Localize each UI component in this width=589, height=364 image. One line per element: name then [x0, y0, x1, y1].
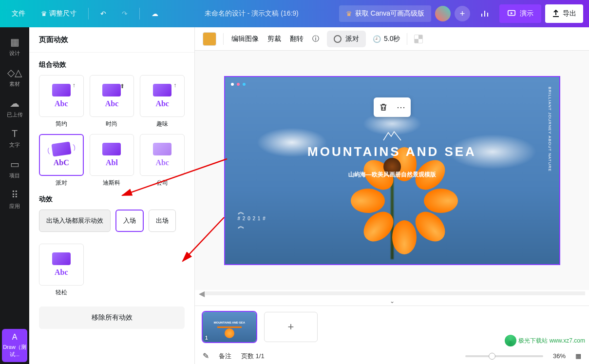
- effect-company[interactable]: Abc 公司: [140, 134, 185, 187]
- play-icon: [507, 9, 516, 18]
- effect-disco[interactable]: Abl 迪斯科: [90, 134, 134, 187]
- effect-fashion[interactable]: ⬆Abc 时尚: [90, 75, 134, 128]
- zoom-value[interactable]: 36%: [553, 352, 566, 360]
- export-label: 导出: [563, 9, 576, 18]
- zoom-slider[interactable]: [465, 355, 543, 357]
- slide-canvas[interactable]: MOUNTAINS AND SEA 山屿海—欧美风画册自然景观模版 BRILLI…: [224, 76, 560, 265]
- element-floating-toolbar: ⋯: [374, 97, 411, 117]
- animation-icon: [334, 35, 342, 43]
- resize-menu[interactable]: ♛调整尺寸: [35, 5, 82, 22]
- present-label: 演示: [520, 9, 533, 18]
- rail-projects[interactable]: ▭项目: [0, 153, 29, 184]
- redo-button[interactable]: ↷: [116, 6, 133, 21]
- undo-button[interactable]: ↶: [95, 6, 112, 21]
- more-options-button[interactable]: ⋯: [395, 101, 407, 113]
- draw-icon: A: [2, 333, 27, 342]
- slide-side-text[interactable]: BRILLIANT JOURNEY ABOUT NATURE: [547, 87, 552, 172]
- transparency-icon[interactable]: [414, 35, 423, 43]
- editor-stage[interactable]: MOUNTAINS AND SEA 山屿海—欧美风画册自然景观模版 BRILLI…: [195, 51, 589, 290]
- rail-design[interactable]: ▦设计: [0, 31, 29, 62]
- left-rail: ▦设计 ◇△素材 ☁已上传 T文字 ▭项目 ⠿应用 ADraw（测试...: [0, 27, 29, 364]
- page-thumbnail[interactable]: MOUNTAINS AND SEA 1: [203, 312, 256, 342]
- add-collaborator-button[interactable]: +: [455, 6, 470, 21]
- context-toolbar: 编辑图像 剪裁 翻转 ⓘ 派对 🕘5.0秒: [195, 27, 589, 51]
- cloud-upload-icon: ☁: [0, 97, 29, 109]
- grid-icon: ⠿: [0, 189, 29, 201]
- premium-label: 获取 Canva可画高级版: [355, 9, 424, 18]
- seg-both[interactable]: 出场入场都展示动效: [39, 210, 111, 232]
- seg-in[interactable]: 入场: [115, 210, 144, 232]
- analytics-icon[interactable]: [474, 5, 495, 22]
- slide-subtitle[interactable]: 山屿海—欧美风画册自然景观模版: [348, 171, 436, 179]
- file-menu[interactable]: 文件: [6, 5, 31, 22]
- slide-indicator-dots: [231, 83, 246, 86]
- effect-party[interactable]: AbC 派对: [39, 134, 84, 187]
- seg-out[interactable]: 出场: [149, 210, 176, 232]
- divider: [139, 8, 140, 19]
- upload-icon: [552, 10, 560, 18]
- document-title[interactable]: 未命名的设计 - 演示文稿 (16:9): [164, 9, 339, 18]
- timing-control[interactable]: 🕘5.0秒: [373, 35, 400, 43]
- combo-effects-title: 组合动效: [29, 53, 194, 75]
- mountain-icon: [382, 129, 402, 145]
- rail-apps[interactable]: ⠿应用: [0, 184, 29, 215]
- present-button[interactable]: 演示: [499, 4, 541, 23]
- edit-image-button[interactable]: 编辑图像: [230, 32, 260, 46]
- add-page-button[interactable]: +: [264, 312, 318, 342]
- divider: [88, 8, 89, 19]
- collapse-thumbnails-button[interactable]: ⌄: [195, 297, 589, 306]
- horizontal-scrollbar[interactable]: ◀: [195, 290, 589, 297]
- slide-year-text[interactable]: ︽ # 2 0 2 1 # ︽: [238, 208, 266, 230]
- motion-title: 动效: [29, 187, 194, 210]
- page-count[interactable]: 页数 1/1: [241, 352, 265, 361]
- panel-title: 页面动效: [29, 27, 194, 53]
- slide-title[interactable]: MOUNTAINS AND SEA: [307, 144, 476, 159]
- canvas-area: 编辑图像 剪裁 翻转 ⓘ 派对 🕘5.0秒: [195, 27, 589, 364]
- crop-button[interactable]: 剪裁: [266, 32, 282, 46]
- cloud-sync-icon[interactable]: ☁: [146, 6, 164, 21]
- rail-draw[interactable]: ADraw（测试...: [2, 329, 27, 362]
- rail-elements[interactable]: ◇△素材: [0, 62, 29, 93]
- grid-view-icon[interactable]: ▦: [575, 352, 581, 360]
- resize-label: 调整尺寸: [49, 9, 76, 18]
- watermark: 极光下载站 www.xz7.com: [505, 335, 585, 346]
- chevron-up-icon: ︽: [238, 208, 266, 216]
- shapes-icon: ◇△: [0, 67, 29, 78]
- animation-panel: 页面动效 组合动效 ↑Abc 简约 ⬆Abc 时尚 ↑Abc 趣味 AbC 派: [29, 27, 195, 364]
- effect-fun[interactable]: ↑Abc 趣味: [140, 75, 185, 128]
- notes-button[interactable]: 备注: [219, 352, 231, 361]
- clock-icon: 🕘: [373, 35, 381, 43]
- flip-button[interactable]: 翻转: [289, 32, 304, 46]
- info-icon[interactable]: ⓘ: [311, 32, 320, 46]
- animation-chip[interactable]: 派对: [327, 31, 366, 47]
- remove-all-effects-button[interactable]: 移除所有动效: [39, 307, 185, 329]
- fill-color-swatch[interactable]: [203, 32, 216, 46]
- app-header: 文件 ♛调整尺寸 ↶ ↷ ☁ 未命名的设计 - 演示文稿 (16:9) ♛获取 …: [0, 0, 589, 27]
- delete-button[interactable]: [378, 101, 389, 113]
- template-icon: ▦: [0, 36, 29, 48]
- rail-uploads[interactable]: ☁已上传: [0, 93, 29, 123]
- chevron-up-icon: ︽: [238, 222, 266, 230]
- rail-text[interactable]: T文字: [0, 123, 29, 153]
- trash-icon: [379, 103, 388, 112]
- crown-icon: ♛: [41, 10, 47, 18]
- effect-easy[interactable]: Abc 轻松: [39, 244, 84, 297]
- notes-icon[interactable]: ✎: [203, 351, 209, 361]
- text-icon: T: [0, 128, 29, 139]
- watermark-logo: [505, 335, 516, 346]
- export-button[interactable]: 导出: [545, 4, 583, 23]
- folder-icon: ▭: [0, 158, 29, 170]
- thumbnail-number: 1: [205, 335, 208, 341]
- get-premium-button[interactable]: ♛获取 Canva可画高级版: [339, 5, 431, 22]
- effect-simple[interactable]: ↑Abc 简约: [39, 75, 84, 128]
- user-avatar[interactable]: [435, 6, 451, 21]
- crown-icon: ♛: [346, 10, 352, 18]
